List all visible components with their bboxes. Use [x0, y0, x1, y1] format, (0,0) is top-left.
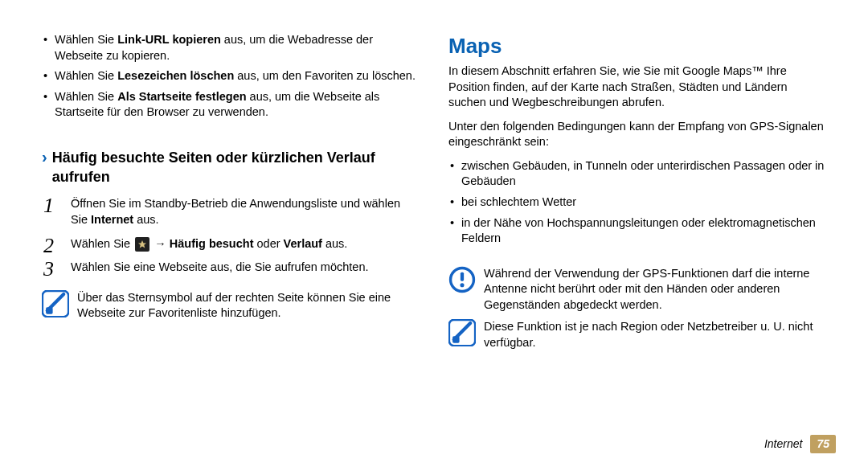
info-box-icon [448, 319, 476, 346]
step-number: 1 [43, 191, 54, 219]
section-heading-text: Häufig besuchte Seiten oder kürzlichen V… [52, 148, 420, 187]
list-item-text-post: aus, um den Favoriten zu löschen. [234, 69, 416, 82]
warning-note: Während der Verwendung der GPS-Funktione… [448, 266, 826, 313]
right-column: Maps In diesem Abschnitt erfahren Sie, w… [448, 32, 826, 426]
gps-conditions-list: zwischen Gebäuden, in Tunneln oder unter… [448, 158, 826, 252]
gps-conditions-intro: Unter den folgenden Bedingungen kann der… [448, 119, 826, 150]
info-note: Diese Funktion ist je nach Region oder N… [448, 319, 826, 350]
list-item-bold: Als Startseite festlegen [117, 90, 246, 103]
chevron-right-icon: › [42, 149, 47, 165]
info-note-text: Diese Funktion ist je nach Region oder N… [484, 319, 826, 350]
list-item-bold: Link-URL kopieren [117, 33, 221, 46]
page-spread: Wählen Sie Link-URL kopieren aus, um die… [0, 0, 868, 471]
maps-heading: Maps [448, 32, 826, 60]
list-item: zwischen Gebäuden, in Tunneln oder unter… [448, 158, 826, 190]
list-item: Wählen Sie Als Startseite festlegen aus,… [42, 89, 420, 121]
step-text: Wählen Sie → Häufig besucht oder Verlauf… [71, 237, 347, 250]
list-item-text-pre: Wählen Sie [55, 33, 117, 46]
warning-note-text: Während der Verwendung der GPS-Funktione… [484, 266, 826, 313]
info-note: Über das Sternsymbol auf der rechten Sei… [42, 290, 420, 322]
step-text-end: aus. [322, 237, 347, 250]
svg-point-6 [460, 283, 464, 287]
info-box-icon [42, 290, 69, 317]
step-2: 2 Wählen Sie → Häufig besucht oder Verla… [71, 236, 420, 252]
step-text: Öffnen Sie im Standby-Betrieb die Anwend… [71, 197, 400, 226]
list-item-text: in der Nähe von Hochspannungsleitungen o… [461, 216, 816, 245]
list-item-text: zwischen Gebäuden, in Tunneln oder unter… [461, 159, 824, 188]
step-text-bold: Häufig besucht [170, 237, 254, 250]
footer-section-name: Internet [764, 436, 802, 452]
section-heading: › Häufig besuchte Seiten oder kürzlichen… [42, 148, 420, 187]
step-text-mid: oder [253, 237, 283, 250]
warning-circle-icon [448, 266, 476, 293]
svg-rect-9 [452, 337, 460, 344]
list-item: in der Nähe von Hochspannungsleitungen o… [448, 215, 826, 247]
star-bookmark-icon [135, 237, 149, 252]
context-menu-options-list: Wählen Sie Link-URL kopieren aus, um die… [42, 32, 420, 125]
arrow-text: → [154, 237, 170, 250]
left-column: Wählen Sie Link-URL kopieren aus, um die… [42, 32, 420, 426]
list-item-text: bei schlechtem Wetter [461, 195, 576, 208]
svg-rect-3 [46, 307, 53, 314]
step-text-bold: Internet [91, 213, 133, 226]
svg-rect-5 [461, 272, 464, 281]
numbered-steps: 1 Öffnen Sie im Standby-Betrieb die Anwe… [42, 196, 420, 283]
list-item: bei schlechtem Wetter [448, 195, 826, 211]
step-text-a: Wählen Sie [71, 237, 133, 250]
list-item-text-pre: Wählen Sie [55, 69, 117, 82]
list-item: Wählen Sie Lesezeichen löschen aus, um d… [42, 68, 420, 84]
list-item: Wählen Sie Link-URL kopieren aus, um die… [42, 32, 420, 63]
step-3: 3 Wählen Sie eine Webseite aus, die Sie … [71, 260, 420, 276]
step-1: 1 Öffnen Sie im Standby-Betrieb die Anwe… [71, 196, 420, 227]
step-text: Wählen Sie eine Webseite aus, die Sie au… [71, 260, 369, 273]
info-note-text: Über das Sternsymbol auf der rechten Sei… [77, 290, 420, 322]
maps-intro: In diesem Abschnitt erfahren Sie, wie Si… [448, 63, 826, 111]
step-text-bold2: Verlauf [284, 237, 322, 250]
footer-page-number: 75 [810, 435, 836, 453]
step-text-c: aus. [133, 213, 158, 226]
svg-marker-0 [138, 240, 146, 248]
step-number: 3 [43, 255, 54, 283]
list-item-bold: Lesezeichen löschen [117, 69, 234, 82]
page-footer: Internet 75 [764, 435, 836, 453]
list-item-text-pre: Wählen Sie [55, 90, 117, 103]
